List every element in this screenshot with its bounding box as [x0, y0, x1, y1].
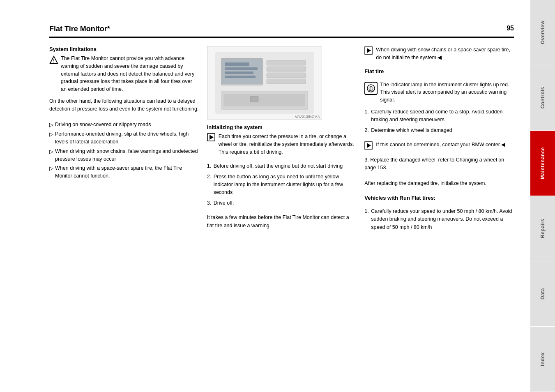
col3-flat-tire: When driving with snow chains or a space… — [364, 46, 514, 234]
svg-rect-12 — [267, 79, 306, 84]
svg-rect-5 — [225, 62, 249, 66]
warning-text: The Flat Tire Monitor cannot provide you… — [61, 55, 199, 93]
sidebar-tab-data[interactable]: Data — [530, 261, 555, 327]
bullet-text: When driving with a space-saver spare ti… — [55, 164, 199, 180]
bullet-arrow-icon: ▷ — [49, 121, 53, 129]
list-item: 2. Determine which wheel is damaged — [364, 127, 514, 134]
svg-rect-14 — [223, 94, 305, 106]
svg-rect-7 — [225, 71, 253, 74]
step-text: Before driving off, start the engine but… — [214, 163, 343, 169]
col1-system-limitations: System limitations ! The Flat Tire Monit… — [49, 46, 199, 234]
svg-rect-8 — [225, 76, 256, 78]
cannot-determine-text: If this cannot be determined, contact yo… — [376, 141, 505, 149]
after-replace-text: After replacing the damaged tire, initia… — [364, 180, 514, 187]
play-icon — [207, 133, 215, 141]
page-header: Flat Tire Monitor* 95 — [49, 25, 514, 38]
bullet-text: When driving with snow chains, false war… — [55, 148, 199, 163]
sidebar-tab-repairs-label: Repairs — [540, 219, 546, 238]
list-item: 2. Press the button as long as you need … — [207, 173, 357, 197]
sidebar-tab-overview[interactable]: Overview — [530, 0, 555, 65]
list-item: 1. Carefully reduce your speed to under … — [364, 208, 514, 231]
step-text: Drive off. — [214, 200, 234, 206]
step-text: Carefully reduce speed and come to a sto… — [371, 109, 502, 122]
section-title-flat-tire: Flat tire — [364, 68, 514, 74]
bullet-arrow-icon: ▷ — [49, 131, 53, 138]
cannot-determine-note: If this cannot be determined, contact yo… — [364, 141, 514, 150]
image-label: VAV013/NCMA — [295, 115, 320, 119]
bullet-arrow-icon: ▷ — [49, 165, 53, 173]
step-text: Carefully reduce your speed to under 50 … — [371, 208, 512, 230]
list-item: ▷ When driving with a space-saver spare … — [49, 164, 199, 180]
sidebar-tab-repairs[interactable]: Repairs — [530, 196, 555, 261]
svg-marker-17 — [210, 135, 214, 140]
section-title-system-limitations: System limitations — [49, 46, 199, 52]
sidebar-tab-index-label: Index — [540, 352, 546, 366]
snow-chain-note: When driving with snow chains or a space… — [364, 46, 514, 62]
init-note-block: Each time you correct the pressure in a … — [207, 133, 357, 156]
svg-marker-19 — [367, 48, 371, 53]
snow-chain-text: When driving with snow chains or a space… — [376, 46, 514, 62]
svg-rect-15 — [250, 96, 258, 102]
page-number: 95 — [507, 25, 514, 32]
warning-triangle-icon: ! — [49, 55, 58, 65]
dashboard-svg — [213, 50, 316, 116]
svg-rect-6 — [225, 67, 258, 70]
warning-block: ! The Flat Tire Monitor cannot provide y… — [49, 55, 199, 93]
sidebar-tab-overview-label: Overview — [540, 21, 546, 44]
flat-tire-warning-block: ! The indicator lamp in the instrument c… — [364, 81, 514, 104]
svg-rect-9 — [267, 60, 306, 65]
step-text: Determine which wheel is damaged — [371, 127, 452, 133]
svg-rect-10 — [267, 67, 306, 71]
run-flat-title: Vehicles with Run Flat tires: — [364, 195, 514, 201]
sidebar-tab-data-label: Data — [540, 288, 546, 300]
sidebar-tab-controls[interactable]: Controls — [530, 65, 555, 131]
sidebar-tab-maintenance-label: Maintenance — [540, 147, 546, 179]
bullet-arrow-icon: ▷ — [49, 148, 53, 156]
flat-tire-steps: 1. Carefully reduce speed and come to a … — [364, 108, 514, 137]
svg-rect-11 — [267, 73, 306, 78]
list-item: 1. Before driving off, start the engine … — [207, 162, 357, 170]
footer-text: It takes a few minutes before the Flat T… — [207, 214, 357, 230]
col2-initializing: VAV013/NCMA Initializing the system Each… — [207, 46, 357, 234]
play-icon-snow — [364, 46, 373, 55]
sidebar-right: Overview Controls Maintenance Repairs Da… — [530, 0, 555, 392]
list-item: 1. Carefully reduce speed and come to a … — [364, 108, 514, 124]
sidebar-tab-maintenance[interactable]: Maintenance — [530, 131, 555, 196]
step3-text: 3. Replace the damaged wheel, refer to C… — [364, 156, 514, 172]
play-icon-cannot — [364, 141, 373, 150]
run-flat-steps: 1. Carefully reduce your speed to under … — [364, 208, 514, 234]
flat-tire-indicator-icon: ! — [364, 82, 378, 95]
section-title-init: Initializing the system — [207, 124, 357, 130]
svg-text:!: ! — [53, 59, 54, 63]
list-item: 3. Drive off. — [207, 199, 357, 207]
list-item: ▷ When driving with snow chains, false w… — [49, 148, 199, 163]
bullet-list-limitations: ▷ Driving on snow-covered or slippery ro… — [49, 121, 199, 182]
dashboard-image: VAV013/NCMA — [207, 46, 322, 120]
bullet-text: Driving on snow-covered or slippery road… — [55, 121, 151, 129]
page-title: Flat Tire Monitor* — [49, 25, 110, 33]
init-steps-list: 1. Before driving off, start the engine … — [207, 162, 357, 210]
list-item: ▷ Performance-oriented driving: slip at … — [49, 130, 199, 146]
sidebar-tab-index[interactable]: Index — [530, 327, 555, 392]
step-text: Press the button as long as you need to … — [214, 174, 343, 196]
list-item: ▷ Driving on snow-covered or slippery ro… — [49, 121, 199, 129]
svg-marker-24 — [367, 143, 371, 148]
following-situations-text: On the other hand, the following situati… — [49, 97, 199, 113]
bullet-text: Performance-oriented driving: slip at th… — [55, 130, 199, 146]
sidebar-tab-controls-label: Controls — [540, 87, 546, 108]
flat-tire-desc: The indicator lamp in the instrument clu… — [380, 81, 514, 104]
init-note-text: Each time you correct the pressure in a … — [219, 133, 357, 156]
